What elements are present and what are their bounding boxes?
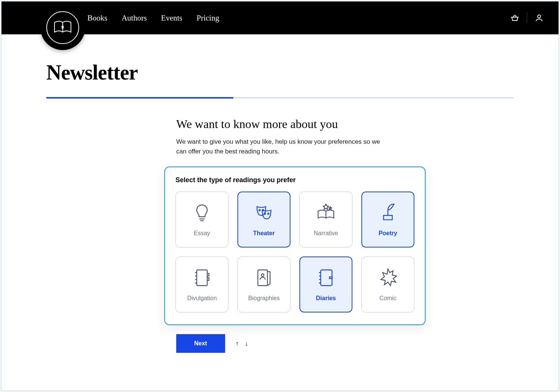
page-title: Newsletter — [46, 60, 514, 84]
section-heading: We want to know more about you — [176, 117, 385, 131]
lightbulb-icon — [192, 202, 212, 223]
id-book-icon — [253, 267, 274, 288]
tile-label: Diaries — [316, 295, 336, 302]
diary-icon — [315, 267, 336, 288]
header-divider — [527, 13, 527, 23]
nav-events[interactable]: Events — [161, 13, 182, 23]
next-button[interactable]: Next — [176, 334, 225, 353]
logo[interactable]: B — [40, 5, 85, 50]
tile-theater[interactable]: Theater — [237, 192, 290, 248]
quill-icon — [377, 202, 398, 223]
tile-narrative[interactable]: Narrative — [299, 192, 352, 248]
tile-label: Biographies — [248, 295, 280, 302]
user-icon[interactable] — [535, 13, 544, 22]
tile-diaries[interactable]: Diaries — [299, 256, 352, 312]
nav-authors[interactable]: Authors — [122, 13, 147, 23]
progress-bar — [46, 97, 514, 99]
panel-title: Select the type of readings you prefer — [175, 176, 414, 184]
tile-label: Poetry — [379, 230, 397, 237]
preferences-panel: Select the type of readings you prefer E… — [164, 167, 426, 325]
tile-label: Narrative — [314, 230, 338, 237]
section-description: We want to give you what you like, help … — [176, 137, 385, 156]
svg-point-1 — [538, 15, 541, 18]
arrow-up-icon[interactable]: ↑ — [236, 340, 239, 348]
reorder-arrows: ↑ ↓ — [236, 340, 248, 348]
nav-books[interactable]: Books — [87, 13, 108, 23]
tile-divulgation[interactable]: Divulgation — [175, 256, 228, 312]
tile-label: Comic — [379, 295, 396, 302]
tile-comic[interactable]: Comic — [361, 256, 414, 312]
open-book-logo-icon: B — [53, 20, 72, 35]
tile-label: Essay — [194, 230, 210, 237]
basket-icon[interactable] — [510, 13, 519, 22]
main-nav: Books Authors Events Pricing — [87, 13, 219, 23]
nav-pricing[interactable]: Pricing — [197, 13, 220, 23]
tile-essay[interactable]: Essay — [175, 192, 228, 248]
book-stars-icon — [315, 202, 336, 223]
tile-label: Theater — [253, 230, 275, 237]
arrow-down-icon[interactable]: ↓ — [245, 340, 248, 348]
burst-icon — [377, 267, 398, 288]
header: B Books Authors Events Pricing — [1, 1, 559, 34]
tile-poetry[interactable]: Poetry — [361, 192, 414, 248]
notebook-tabs-icon — [192, 267, 212, 288]
masks-icon — [253, 202, 274, 223]
tile-label: Divulgation — [187, 295, 217, 302]
svg-text:B: B — [61, 25, 64, 29]
progress-fill — [46, 97, 233, 99]
tile-biographies[interactable]: Biographies — [237, 256, 290, 312]
